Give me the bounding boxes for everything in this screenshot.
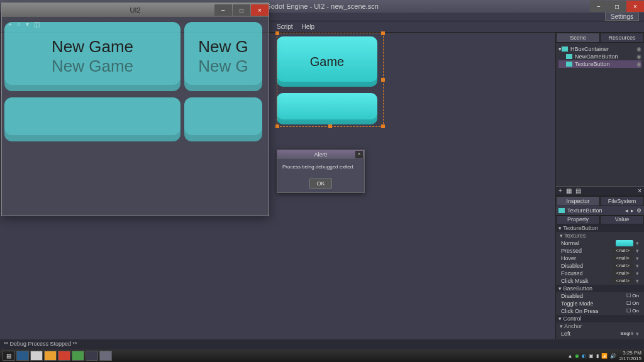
clock[interactable]: 3:25 PM2/17/2015 <box>619 350 641 361</box>
tray-icon[interactable]: ◐ <box>582 353 586 359</box>
tool-icon: ◫ <box>34 21 40 28</box>
gear-icon[interactable]: ⚙ <box>636 207 641 214</box>
visibility-icon[interactable]: ◉ <box>636 46 641 52</box>
selection-handle[interactable] <box>381 78 385 82</box>
prop-anchor-left[interactable]: LeftBegin▾ <box>556 330 644 337</box>
tab-resources[interactable]: Resources <box>600 33 644 43</box>
down-icon: ▾ <box>26 21 29 28</box>
system-tray[interactable]: ▲ ◉ ◐ ▣ ▮ 📶 🔊 3:25 PM2/17/2015 <box>567 350 641 361</box>
menu-script[interactable]: Script <box>277 23 293 30</box>
history-back-icon[interactable]: ◂ <box>625 207 628 214</box>
category: ▾ TextureButton <box>556 224 644 232</box>
selection-handle[interactable] <box>275 124 279 128</box>
selection-handle[interactable] <box>381 124 385 128</box>
button-icon <box>566 54 572 59</box>
inspector-toolbar: + ▦ ▤ × <box>556 186 644 196</box>
tree-node-root[interactable]: ▾ HBoxContainer◉ <box>558 45 641 53</box>
section: ▾ Anchor <box>556 322 644 330</box>
windows-taskbar[interactable]: ⊞ ▲ ◉ ◐ ▣ ▮ 📶 🔊 3:25 PM2/17/2015 <box>0 349 644 362</box>
col-property: Property <box>556 216 600 224</box>
col-value: Value <box>600 216 644 224</box>
selection-outline <box>277 33 384 127</box>
close-button[interactable]: × <box>626 1 644 12</box>
container-icon <box>562 47 568 52</box>
taskbar-app[interactable] <box>44 351 57 361</box>
close-icon[interactable]: × <box>638 187 641 194</box>
preview-minimize-button[interactable]: − <box>214 4 232 16</box>
prop-disabled2[interactable]: Disabled☐ On <box>556 292 644 300</box>
taskbar-app[interactable] <box>58 351 70 361</box>
selection-handle[interactable] <box>328 124 332 128</box>
alert-ok-button[interactable]: OK <box>309 178 331 189</box>
preview-button-card[interactable]: New Game New Game <box>4 22 180 91</box>
alert-message: Process being debugged exited. <box>277 159 364 175</box>
tree-node-selected[interactable]: TextureButton◉ <box>558 60 641 68</box>
tray-icon[interactable]: ▲ <box>567 353 572 359</box>
category: ▾ Control <box>556 315 644 322</box>
prop-clickmask[interactable]: Click Mask<null>▾ <box>556 277 644 285</box>
settings-button[interactable]: Settings <box>605 13 639 21</box>
prop-toggle[interactable]: Toggle Mode☐ On <box>556 300 644 307</box>
prop-disabled[interactable]: Disabled<null>▾ <box>556 262 644 270</box>
status-bar: ** Debug Process Stopped ** <box>0 339 644 349</box>
property-list[interactable]: ▾ TextureButton ▾ Textures Normal▾ Press… <box>556 224 644 340</box>
taskbar-app[interactable] <box>99 351 112 361</box>
right-panel: Scene Resources ▾ HBoxContainer◉ NewGame… <box>556 33 644 339</box>
app-title: Godot Engine - UI2 - new_scene.scn <box>265 3 379 10</box>
tab-filesystem[interactable]: FileSystem <box>600 196 644 206</box>
prop-focused[interactable]: Focused<null>▾ <box>556 270 644 277</box>
category: ▾ BaseButton <box>556 285 644 292</box>
tray-icon[interactable]: ▣ <box>589 353 594 359</box>
selection-handle[interactable] <box>275 31 279 35</box>
preview-button-blank[interactable] <box>4 97 180 141</box>
history-fwd-icon[interactable]: ▸ <box>631 207 634 214</box>
visibility-icon[interactable]: ◉ <box>636 61 641 67</box>
save-icon[interactable]: ▤ <box>575 187 581 194</box>
button-icon <box>558 208 565 213</box>
prop-hover[interactable]: Hover<null>▾ <box>556 255 644 262</box>
button-icon <box>566 62 572 67</box>
tab-inspector[interactable]: Inspector <box>556 196 600 206</box>
taskbar-app[interactable] <box>16 351 29 361</box>
tab-scene[interactable]: Scene <box>556 33 600 43</box>
prop-pressed[interactable]: Pressed<null>▾ <box>556 247 644 255</box>
tray-icon[interactable]: 📶 <box>601 353 608 359</box>
preview-titlebar[interactable]: UI2 − □ × <box>2 3 269 17</box>
taskbar-app[interactable] <box>86 351 98 361</box>
game-preview-window[interactable]: UI2 − □ × + ○ ▾ ◫ New Game New Game New … <box>1 3 269 216</box>
alert-close-button[interactable]: × <box>355 151 363 158</box>
preview-toolbar-ghost: + ○ ▾ ◫ <box>8 21 40 28</box>
alert-titlebar[interactable]: Alert! × <box>277 150 364 159</box>
menu-help[interactable]: Help <box>302 23 315 30</box>
file-icon[interactable]: ▦ <box>566 187 572 194</box>
section: ▾ Textures <box>556 232 644 239</box>
prop-normal[interactable]: Normal▾ <box>556 239 644 247</box>
plus-icon: + <box>8 21 12 28</box>
preview-maximize-button[interactable]: □ <box>233 4 250 16</box>
taskbar-app[interactable] <box>30 351 43 361</box>
prop-clickpress[interactable]: Click On Press☐ On <box>556 307 644 315</box>
alert-dialog: Alert! × Process being debugged exited. … <box>277 150 365 193</box>
start-button[interactable]: ⊞ <box>3 351 15 361</box>
texture-thumb[interactable] <box>616 240 633 246</box>
visibility-icon[interactable]: ◉ <box>636 53 641 60</box>
tray-icon[interactable]: ▮ <box>596 353 599 359</box>
add-icon[interactable]: + <box>558 187 562 194</box>
minimize-button[interactable]: − <box>590 1 608 12</box>
tray-icon[interactable]: ◉ <box>575 353 579 359</box>
taskbar-app[interactable] <box>72 351 84 361</box>
preview-close-button[interactable]: × <box>251 4 269 16</box>
maximize-button[interactable]: □ <box>608 1 626 12</box>
preview-button-card[interactable]: New G New G <box>184 22 262 91</box>
scene-tree[interactable]: ▾ HBoxContainer◉ NewGameButton◉ TextureB… <box>556 43 644 70</box>
tray-icon[interactable]: 🔊 <box>610 353 616 359</box>
preview-title: UI2 <box>130 6 140 14</box>
circle-icon: ○ <box>17 21 21 28</box>
inspector-object: TextureButton ◂▸⚙ <box>556 206 644 216</box>
tree-node-child[interactable]: NewGameButton◉ <box>558 53 641 60</box>
selection-handle[interactable] <box>381 31 385 35</box>
preview-button-blank[interactable] <box>184 97 262 141</box>
